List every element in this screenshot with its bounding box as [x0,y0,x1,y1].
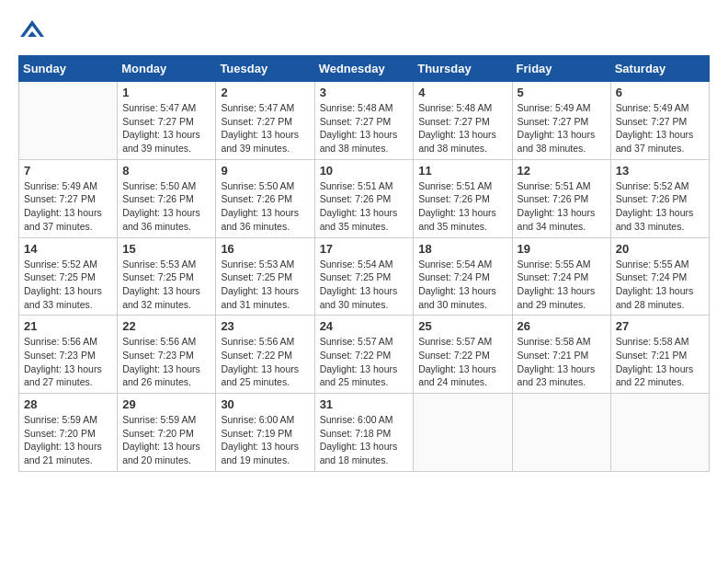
day-number: 11 [418,164,506,178]
header-monday: Monday [118,56,216,82]
day-number: 9 [221,164,309,178]
calendar-cell: 4Sunrise: 5:48 AMSunset: 7:27 PMDaylight… [414,82,512,160]
calendar-cell: 26Sunrise: 5:58 AMSunset: 7:21 PMDayligh… [512,316,610,394]
calendar-cell [414,394,512,472]
calendar-cell: 23Sunrise: 5:56 AMSunset: 7:22 PMDayligh… [216,316,314,394]
day-info: Sunrise: 5:59 AMSunset: 7:20 PMDaylight:… [122,413,210,467]
calendar-cell: 3Sunrise: 5:48 AMSunset: 7:27 PMDaylight… [314,82,414,160]
week-row-0: 1Sunrise: 5:47 AMSunset: 7:27 PMDaylight… [19,82,710,160]
calendar-cell: 24Sunrise: 5:57 AMSunset: 7:22 PMDayligh… [314,316,414,394]
day-info: Sunrise: 5:56 AMSunset: 7:23 PMDaylight:… [24,335,112,389]
calendar-cell: 13Sunrise: 5:52 AMSunset: 7:26 PMDayligh… [610,159,709,237]
week-row-2: 14Sunrise: 5:52 AMSunset: 7:25 PMDayligh… [19,237,710,316]
header-tuesday: Tuesday [216,56,314,82]
day-info: Sunrise: 6:00 AMSunset: 7:18 PMDaylight:… [320,413,409,467]
day-number: 31 [320,397,409,411]
calendar-cell: 16Sunrise: 5:53 AMSunset: 7:25 PMDayligh… [216,237,314,316]
day-number: 7 [24,164,112,178]
calendar-cell: 22Sunrise: 5:56 AMSunset: 7:23 PMDayligh… [118,316,216,394]
calendar-cell: 21Sunrise: 5:56 AMSunset: 7:23 PMDayligh… [19,316,118,394]
calendar-cell: 9Sunrise: 5:50 AMSunset: 7:26 PMDaylight… [216,159,314,237]
day-info: Sunrise: 5:47 AMSunset: 7:27 PMDaylight:… [122,101,210,155]
calendar-cell: 18Sunrise: 5:54 AMSunset: 7:24 PMDayligh… [414,237,512,316]
calendar-cell: 20Sunrise: 5:55 AMSunset: 7:24 PMDayligh… [610,237,709,316]
day-info: Sunrise: 5:47 AMSunset: 7:27 PMDaylight:… [221,101,309,155]
calendar-cell [512,394,610,472]
calendar-cell: 8Sunrise: 5:50 AMSunset: 7:26 PMDaylight… [118,159,216,237]
day-info: Sunrise: 5:48 AMSunset: 7:27 PMDaylight:… [320,101,409,155]
day-number: 30 [221,397,309,411]
day-info: Sunrise: 5:51 AMSunset: 7:26 PMDaylight:… [320,179,409,234]
calendar-cell [610,394,709,472]
day-number: 18 [418,242,506,256]
day-number: 4 [418,86,506,99]
calendar-cell: 10Sunrise: 5:51 AMSunset: 7:26 PMDayligh… [314,159,414,237]
header-saturday: Saturday [610,56,709,82]
day-info: Sunrise: 5:57 AMSunset: 7:22 PMDaylight:… [418,335,506,389]
day-number: 22 [122,319,210,333]
day-number: 23 [221,319,309,333]
day-info: Sunrise: 5:52 AMSunset: 7:26 PMDaylight:… [616,179,704,234]
day-number: 21 [24,319,112,333]
calendar-cell: 7Sunrise: 5:49 AMSunset: 7:27 PMDaylight… [19,159,118,237]
calendar-cell: 27Sunrise: 5:58 AMSunset: 7:21 PMDayligh… [610,316,709,394]
day-info: Sunrise: 5:53 AMSunset: 7:25 PMDaylight:… [122,258,210,312]
calendar-cell [19,82,118,160]
header-sunday: Sunday [19,56,118,82]
calendar-cell: 11Sunrise: 5:51 AMSunset: 7:26 PMDayligh… [414,159,512,237]
day-info: Sunrise: 5:48 AMSunset: 7:27 PMDaylight:… [418,101,506,155]
day-number: 10 [320,164,409,178]
day-number: 26 [518,319,606,333]
logo-icon [18,18,46,46]
page-header [18,18,710,46]
day-number: 3 [320,86,409,99]
day-info: Sunrise: 5:52 AMSunset: 7:25 PMDaylight:… [24,258,112,312]
day-number: 6 [616,86,704,99]
header-friday: Friday [512,56,610,82]
day-number: 24 [320,319,409,333]
header-wednesday: Wednesday [314,56,414,82]
day-number: 28 [24,397,112,411]
calendar-header-row: SundayMondayTuesdayWednesdayThursdayFrid… [19,56,710,82]
day-number: 1 [122,86,210,99]
calendar-cell: 5Sunrise: 5:49 AMSunset: 7:27 PMDaylight… [512,82,610,160]
day-number: 5 [518,86,606,99]
calendar-cell: 31Sunrise: 6:00 AMSunset: 7:18 PMDayligh… [314,394,414,472]
day-info: Sunrise: 5:58 AMSunset: 7:21 PMDaylight:… [616,335,704,389]
day-info: Sunrise: 5:51 AMSunset: 7:26 PMDaylight:… [518,179,606,234]
day-info: Sunrise: 5:55 AMSunset: 7:24 PMDaylight:… [518,258,606,312]
day-info: Sunrise: 5:50 AMSunset: 7:26 PMDaylight:… [221,179,309,234]
day-info: Sunrise: 5:53 AMSunset: 7:25 PMDaylight:… [221,258,309,312]
day-number: 15 [122,242,210,256]
calendar-cell: 17Sunrise: 5:54 AMSunset: 7:25 PMDayligh… [314,237,414,316]
day-number: 8 [122,164,210,178]
day-info: Sunrise: 5:50 AMSunset: 7:26 PMDaylight:… [122,179,210,234]
day-info: Sunrise: 5:54 AMSunset: 7:25 PMDaylight:… [320,258,409,312]
day-info: Sunrise: 5:55 AMSunset: 7:24 PMDaylight:… [616,258,704,312]
calendar-cell: 6Sunrise: 5:49 AMSunset: 7:27 PMDaylight… [610,82,709,160]
day-info: Sunrise: 5:54 AMSunset: 7:24 PMDaylight:… [418,258,506,312]
week-row-1: 7Sunrise: 5:49 AMSunset: 7:27 PMDaylight… [19,159,710,237]
calendar-cell: 30Sunrise: 6:00 AMSunset: 7:19 PMDayligh… [216,394,314,472]
day-number: 27 [616,319,704,333]
day-info: Sunrise: 5:49 AMSunset: 7:27 PMDaylight:… [518,101,606,155]
day-info: Sunrise: 5:51 AMSunset: 7:26 PMDaylight:… [418,179,506,234]
day-info: Sunrise: 5:49 AMSunset: 7:27 PMDaylight:… [24,179,112,234]
day-info: Sunrise: 5:49 AMSunset: 7:27 PMDaylight:… [616,101,704,155]
day-number: 25 [418,319,506,333]
day-info: Sunrise: 5:59 AMSunset: 7:20 PMDaylight:… [24,413,112,467]
day-number: 29 [122,397,210,411]
calendar-cell: 19Sunrise: 5:55 AMSunset: 7:24 PMDayligh… [512,237,610,316]
day-number: 13 [616,164,704,178]
calendar-cell: 15Sunrise: 5:53 AMSunset: 7:25 PMDayligh… [118,237,216,316]
calendar-cell: 25Sunrise: 5:57 AMSunset: 7:22 PMDayligh… [414,316,512,394]
day-info: Sunrise: 5:58 AMSunset: 7:21 PMDaylight:… [518,335,606,389]
day-number: 17 [320,242,409,256]
logo [18,18,50,46]
calendar-cell: 29Sunrise: 5:59 AMSunset: 7:20 PMDayligh… [118,394,216,472]
week-row-3: 21Sunrise: 5:56 AMSunset: 7:23 PMDayligh… [19,316,710,394]
day-info: Sunrise: 5:56 AMSunset: 7:23 PMDaylight:… [122,335,210,389]
day-number: 16 [221,242,309,256]
day-number: 12 [518,164,606,178]
calendar-cell: 2Sunrise: 5:47 AMSunset: 7:27 PMDaylight… [216,82,314,160]
